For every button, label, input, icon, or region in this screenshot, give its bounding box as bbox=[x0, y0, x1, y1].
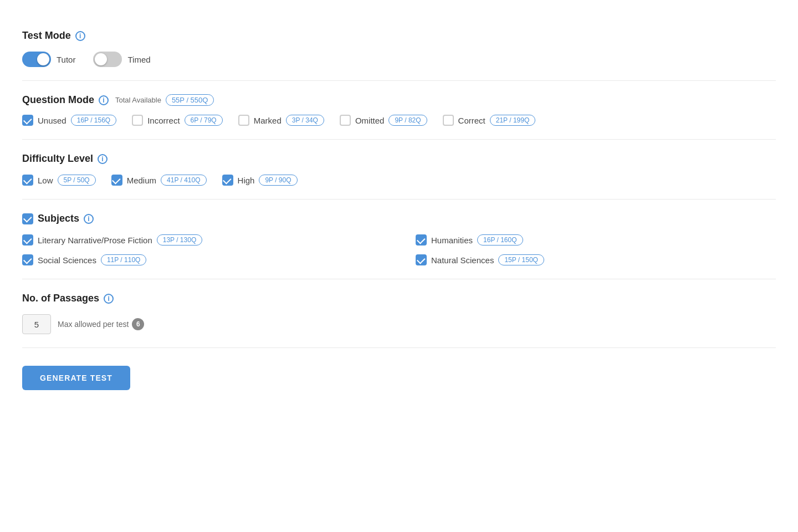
option-high-badge: 9P / 90Q bbox=[259, 175, 297, 186]
tutor-toggle[interactable] bbox=[22, 52, 51, 67]
generate-test-button[interactable]: GENERATE TEST bbox=[22, 366, 130, 390]
tutor-toggle-thumb bbox=[37, 53, 49, 65]
option-marked-label: Marked bbox=[254, 116, 282, 125]
checkbox-medium[interactable] bbox=[111, 175, 122, 186]
option-omitted[interactable]: Omitted 9P / 82Q bbox=[340, 115, 427, 126]
option-correct[interactable]: Correct 21P / 199Q bbox=[443, 115, 536, 126]
option-marked-badge: 3P / 34Q bbox=[286, 115, 324, 126]
difficulty-level-info-icon[interactable]: i bbox=[98, 154, 108, 164]
question-mode-options: Unused 16P / 156Q Incorrect 6P / 79Q Mar… bbox=[22, 115, 776, 126]
generate-section: GENERATE TEST bbox=[22, 348, 776, 390]
option-social-badge: 11P / 110Q bbox=[101, 254, 147, 265]
option-literary-label: Literary Narrative/Prose Fiction bbox=[38, 236, 152, 245]
difficulty-level-header: Difficulty Level i bbox=[22, 153, 776, 165]
tutor-toggle-item[interactable]: Tutor bbox=[22, 52, 75, 67]
option-literary[interactable]: Literary Narrative/Prose Fiction 13P / 1… bbox=[22, 234, 382, 245]
test-mode-title: Test Mode i bbox=[22, 30, 776, 42]
option-incorrect-label: Incorrect bbox=[147, 116, 180, 125]
option-incorrect-badge: 6P / 79Q bbox=[185, 115, 223, 126]
test-mode-toggles: Tutor Timed bbox=[22, 52, 776, 67]
option-medium[interactable]: Medium 41P / 410Q bbox=[111, 175, 207, 186]
option-unused-label: Unused bbox=[38, 116, 66, 125]
subjects-header: Subjects i bbox=[22, 213, 776, 224]
option-humanities-badge: 16P / 160Q bbox=[477, 234, 523, 245]
option-unused-badge: 16P / 156Q bbox=[71, 115, 117, 126]
checkbox-high[interactable] bbox=[222, 175, 233, 186]
option-natural-badge: 15P / 150Q bbox=[498, 254, 544, 265]
option-omitted-label: Omitted bbox=[355, 116, 385, 125]
option-low-label: Low bbox=[38, 176, 53, 185]
subjects-info-icon[interactable]: i bbox=[84, 214, 94, 224]
option-high-label: High bbox=[238, 176, 255, 185]
test-mode-section: Test Mode i Tutor Timed bbox=[22, 17, 776, 81]
total-available-label: Total Available bbox=[115, 96, 161, 104]
difficulty-level-section: Difficulty Level i Low 5P / 50Q Medium 4… bbox=[22, 140, 776, 200]
question-mode-header: Question Mode i Total Available 55P / 55… bbox=[22, 94, 776, 106]
checkbox-omitted[interactable] bbox=[340, 115, 351, 126]
option-medium-label: Medium bbox=[127, 176, 156, 185]
checkbox-humanities[interactable] bbox=[416, 234, 427, 245]
option-incorrect[interactable]: Incorrect 6P / 79Q bbox=[132, 115, 223, 126]
option-natural-label: Natural Sciences bbox=[431, 255, 494, 265]
option-literary-badge: 13P / 130Q bbox=[157, 234, 203, 245]
passages-header: No. of Passages i bbox=[22, 293, 776, 304]
question-mode-section: Question Mode i Total Available 55P / 55… bbox=[22, 81, 776, 140]
option-humanities[interactable]: Humanities 16P / 160Q bbox=[416, 234, 776, 245]
option-correct-badge: 21P / 199Q bbox=[490, 115, 536, 126]
passages-max-label: Max allowed per test bbox=[58, 320, 129, 329]
checkbox-subjects-all[interactable] bbox=[22, 213, 33, 224]
question-mode-info-icon[interactable]: i bbox=[99, 95, 109, 105]
timed-toggle-track[interactable] bbox=[93, 52, 122, 67]
test-mode-info-icon[interactable]: i bbox=[75, 31, 85, 41]
option-social[interactable]: Social Sciences 11P / 110Q bbox=[22, 254, 382, 265]
checkbox-social[interactable] bbox=[22, 254, 33, 265]
option-medium-badge: 41P / 410Q bbox=[161, 175, 207, 186]
tutor-label: Tutor bbox=[57, 55, 75, 64]
option-high[interactable]: High 9P / 90Q bbox=[222, 175, 298, 186]
checkbox-correct[interactable] bbox=[443, 115, 454, 126]
timed-toggle-item[interactable]: Timed bbox=[93, 52, 150, 67]
passages-info-icon[interactable]: i bbox=[104, 294, 114, 304]
passages-row: 5 Max allowed per test 6 bbox=[22, 314, 776, 334]
passages-max-badge: 6 bbox=[132, 318, 144, 330]
passages-section: No. of Passages i 5 Max allowed per test… bbox=[22, 279, 776, 348]
question-mode-title: Question Mode bbox=[22, 94, 94, 106]
tutor-toggle-track[interactable] bbox=[22, 52, 51, 67]
passages-input[interactable]: 5 bbox=[22, 314, 51, 334]
option-humanities-label: Humanities bbox=[431, 236, 473, 245]
option-marked[interactable]: Marked 3P / 34Q bbox=[238, 115, 324, 126]
checkbox-low[interactable] bbox=[22, 175, 33, 186]
subjects-title: Subjects bbox=[38, 213, 79, 224]
timed-toggle[interactable] bbox=[93, 52, 122, 67]
passages-title: No. of Passages bbox=[22, 293, 99, 304]
checkbox-unused[interactable] bbox=[22, 115, 33, 126]
subjects-section: Subjects i Literary Narrative/Prose Fict… bbox=[22, 200, 776, 279]
difficulty-options: Low 5P / 50Q Medium 41P / 410Q High 9P /… bbox=[22, 175, 776, 186]
checkbox-incorrect[interactable] bbox=[132, 115, 143, 126]
option-omitted-badge: 9P / 82Q bbox=[388, 115, 427, 126]
checkbox-natural[interactable] bbox=[416, 254, 427, 265]
difficulty-level-title: Difficulty Level bbox=[22, 153, 93, 165]
test-mode-label: Test Mode bbox=[22, 30, 71, 42]
passages-max: Max allowed per test 6 bbox=[58, 318, 144, 330]
total-available-badge: 55P / 550Q bbox=[166, 94, 214, 106]
option-correct-label: Correct bbox=[458, 116, 485, 125]
option-unused[interactable]: Unused 16P / 156Q bbox=[22, 115, 116, 126]
subjects-grid: Literary Narrative/Prose Fiction 13P / 1… bbox=[22, 234, 776, 265]
passages-value: 5 bbox=[34, 320, 39, 329]
option-low[interactable]: Low 5P / 50Q bbox=[22, 175, 96, 186]
option-natural[interactable]: Natural Sciences 15P / 150Q bbox=[416, 254, 776, 265]
timed-label: Timed bbox=[127, 55, 150, 64]
option-low-badge: 5P / 50Q bbox=[58, 175, 96, 186]
timed-toggle-thumb bbox=[95, 53, 107, 65]
checkbox-literary[interactable] bbox=[22, 234, 33, 245]
checkbox-marked[interactable] bbox=[238, 115, 249, 126]
option-social-label: Social Sciences bbox=[38, 255, 96, 265]
